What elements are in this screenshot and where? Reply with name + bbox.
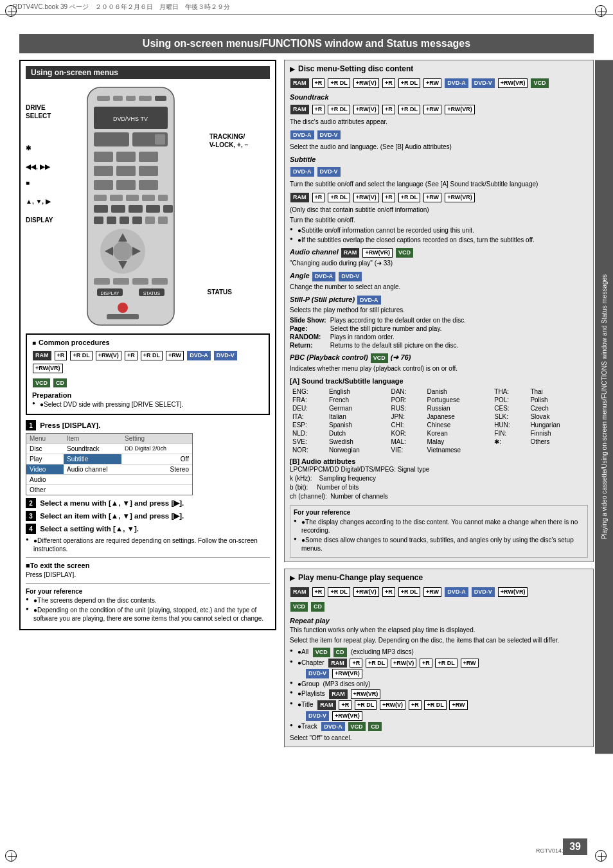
step-4-text: Select a setting with [▲, ▼]. [40, 525, 139, 533]
still-p-table: Slide Show: Plays according to the defau… [290, 316, 466, 350]
repeat-title-badges2: DVD-V +RW(VR) [290, 711, 588, 721]
menu-col-item: Item [64, 434, 121, 443]
subtitle-dvd-text: Turn the subtitle on/off and select the … [290, 180, 588, 189]
soundtrack-badges: RAM +R +R DL +RW(V) +R +R DL +RW +RW(VR) [290, 103, 588, 116]
lang-slk-code: SLK: [492, 412, 528, 421]
menu-col-menu: Menu [26, 434, 64, 443]
still-return-label: Return: [290, 341, 330, 350]
lang-star-name: Others [528, 438, 588, 446]
lang-sve-code: SVE: [290, 438, 326, 446]
lang-dan-name: Danish [425, 387, 492, 396]
lang-jpn-name: Japanese [425, 412, 492, 421]
lang-eng-name: English [326, 387, 388, 396]
lang-fra-code: FRA: [290, 396, 326, 404]
repeat-group: ●Group (MP3 discs only) [290, 680, 588, 688]
audio-channel-title: Audio channel RAM +RW(VR) VCD [290, 248, 588, 258]
still-return-val: Returns to the default still picture on … [330, 341, 466, 350]
lang-pol-name: Polish [528, 396, 588, 404]
soundtrack-text: The disc's audio attributes appear. [290, 118, 588, 127]
badge-r2: +R [125, 351, 138, 360]
step-num-2: 2 [26, 498, 36, 508]
step-num-3: 3 [26, 511, 36, 521]
lang-nor-name: Norwegian [326, 446, 388, 454]
lang-mal-name: Malay [425, 438, 492, 446]
svg-rect-8 [94, 132, 129, 146]
svg-rect-29 [163, 205, 173, 213]
subtitle-title: Subtitle [290, 155, 588, 163]
play-menu-title: Play menu-Change play sequence [290, 573, 588, 582]
svg-rect-13 [139, 152, 158, 162]
svg-rect-35 [158, 217, 168, 224]
svg-rect-43 [113, 278, 129, 285]
still-random-val: Plays in random order. [330, 333, 466, 341]
repeat-track: ●Track DVD-A VCD CD [290, 722, 588, 732]
repeat-chapter: ●Chapter RAM +R +R DL +RW(V) +R +R DL +R… [290, 659, 588, 668]
menu-cell-audio-empty [64, 475, 121, 484]
svg-rect-42 [94, 278, 110, 285]
play-menu-badges: RAM +R +R DL +RW(V) +R +R DL +RW DVD-A D… [290, 585, 588, 598]
common-procedures-title: Common procedures [32, 339, 263, 346]
menu-cell-audio-setting [121, 475, 192, 484]
svg-rect-12 [116, 152, 136, 162]
for-your-reference-box: For your reference ●The display changes … [290, 505, 588, 558]
lang-tha-name: Thai [528, 387, 588, 396]
svg-rect-22 [126, 195, 139, 201]
repeat-title: ●Title RAM +R +R DL +RW(V) +R +R DL +RW [290, 700, 588, 710]
svg-rect-4 [139, 96, 152, 101]
subtitle-badges2: RAM +R +R DL +RW(V) +R +R DL +RW +RW(VR) [290, 191, 588, 204]
svg-rect-30 [94, 217, 103, 224]
step-1-text: Press [DISPLAY]. [40, 421, 100, 429]
menu-row-audio: Audio [26, 475, 192, 485]
svg-rect-2 [113, 96, 123, 101]
menu-row-video: Video Audio channel Stereo [26, 465, 192, 475]
menu-row-play: Play Subtitle Off [26, 454, 192, 465]
badge-rdl2: +R DL [141, 351, 163, 360]
page-title: Using on-screen menus/FUNCTIONS window a… [19, 34, 594, 53]
svg-rect-1 [97, 96, 110, 101]
ref-title: For your reference [26, 588, 270, 595]
menu-cell-play: Play [26, 454, 64, 464]
exit-title: ■To exit the screen [26, 562, 270, 569]
still-p-text: Selects the play method for still pictur… [290, 306, 588, 315]
audio-attr-title: [B] Audio attributes [290, 457, 588, 465]
svg-text:STATUS: STATUS [143, 291, 161, 296]
lang-ita-code: ITA: [290, 412, 326, 421]
menu-row-disc: Disc Soundtrack DD Digital 2/0ch [26, 444, 192, 454]
subtitle-bullet-2: ●If the subtitles overlap the closed cap… [290, 236, 588, 244]
lang-rus-code: RUS: [388, 404, 424, 412]
play-menu-section: Play menu-Change play sequence RAM +R +R… [284, 569, 594, 747]
still-slideshow-label: Slide Show: [290, 316, 330, 324]
step-num-1: 1 [26, 420, 36, 430]
svg-rect-20 [94, 195, 107, 201]
angle-text: Change the number to select an angle. [290, 283, 588, 292]
step-3-text: Select an item with [▲, ▼] and press [▶]… [40, 512, 184, 520]
lang-esp-code: ESP: [290, 421, 326, 429]
lang-ces-code: CES: [492, 404, 528, 412]
repeat-play-title: Repeat play [290, 617, 588, 624]
menu-row-other: Other [26, 485, 192, 495]
lang-mal-code: MAL: [388, 438, 424, 446]
right-column: Disc menu-Setting disc content RAM +R +R… [284, 60, 594, 754]
audio-attr-4: ch (channel): Number of channels [290, 492, 588, 501]
subtitle-dvd-badges: DVD-A DVD-V [290, 165, 588, 178]
lang-tha-code: THA: [492, 387, 528, 396]
svg-rect-18 [116, 180, 136, 190]
display-label: DISPLAY [26, 217, 67, 224]
dvdav-badges: DVD-A DVD-V [290, 128, 588, 141]
svg-rect-16 [139, 166, 158, 176]
svg-text:DVD/VHS TV: DVD/VHS TV [113, 116, 148, 122]
repeat-all: ●All VCD CD (excluding MP3 discs) [290, 648, 588, 657]
svg-point-37 [113, 242, 132, 261]
subtitle-turn: Turn the subtitle on/off. [290, 216, 588, 225]
svg-rect-45 [152, 278, 168, 285]
svg-rect-10 [155, 134, 165, 145]
common-procedures-box: Common procedures RAM +R +R DL +RW(V) +R… [26, 333, 270, 415]
pbc-title: PBC (Playback control) VCD (➜ 76) [290, 353, 588, 363]
lang-esp-name: Spanish [326, 421, 388, 429]
svg-rect-21 [110, 195, 123, 201]
svg-rect-44 [132, 278, 148, 285]
lang-kor-name: Korean [425, 429, 492, 438]
svg-rect-23 [142, 195, 155, 201]
exit-text: Press [DISPLAY]. [26, 571, 270, 580]
badge-dvda: DVD-A [187, 351, 211, 360]
